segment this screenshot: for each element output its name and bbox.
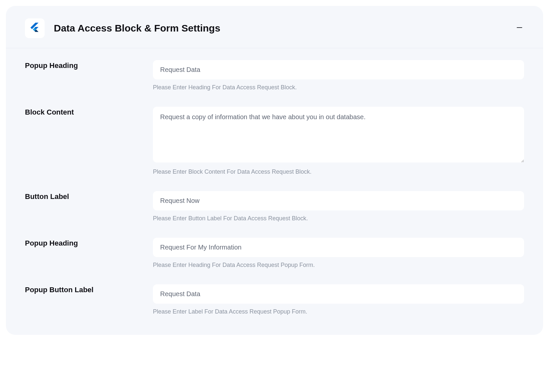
- form-row-popup-button-label: Popup Button Label Please Enter Label Fo…: [25, 284, 524, 315]
- help-popup-heading-2: Please Enter Heading For Data Access Req…: [153, 262, 524, 269]
- field-button-label: Please Enter Button Label For Data Acces…: [153, 191, 524, 222]
- label-block-content: Block Content: [25, 107, 153, 117]
- input-popup-heading-2[interactable]: [153, 238, 524, 257]
- panel-title: Data Access Block & Form Settings: [54, 23, 515, 34]
- help-popup-heading-1: Please Enter Heading For Data Access Req…: [153, 84, 524, 91]
- form-row-popup-heading-2: Popup Heading Please Enter Heading For D…: [25, 238, 524, 269]
- input-popup-heading-1[interactable]: [153, 60, 524, 79]
- settings-panel: Data Access Block & Form Settings Popup …: [6, 6, 543, 335]
- label-popup-heading-1: Popup Heading: [25, 60, 153, 70]
- textarea-block-content[interactable]: [153, 107, 524, 163]
- minus-icon: [516, 24, 523, 33]
- input-button-label[interactable]: [153, 191, 524, 210]
- field-popup-button-label: Please Enter Label For Data Access Reque…: [153, 284, 524, 315]
- form-row-block-content: Block Content Please Enter Block Content…: [25, 107, 524, 175]
- field-block-content: Please Enter Block Content For Data Acce…: [153, 107, 524, 175]
- label-button-label: Button Label: [25, 191, 153, 201]
- form-row-button-label: Button Label Please Enter Button Label F…: [25, 191, 524, 222]
- field-popup-heading-2: Please Enter Heading For Data Access Req…: [153, 238, 524, 269]
- input-popup-button-label[interactable]: [153, 284, 524, 304]
- panel-body: Popup Heading Please Enter Heading For D…: [6, 48, 543, 315]
- help-popup-button-label: Please Enter Label For Data Access Reque…: [153, 308, 524, 315]
- collapse-button[interactable]: [515, 24, 524, 33]
- label-popup-button-label: Popup Button Label: [25, 284, 153, 294]
- label-popup-heading-2: Popup Heading: [25, 238, 153, 248]
- flutter-logo-icon: [29, 22, 40, 34]
- field-popup-heading-1: Please Enter Heading For Data Access Req…: [153, 60, 524, 91]
- panel-header: Data Access Block & Form Settings: [6, 6, 543, 48]
- panel-logo: [25, 18, 45, 38]
- form-row-popup-heading-1: Popup Heading Please Enter Heading For D…: [25, 60, 524, 91]
- help-block-content: Please Enter Block Content For Data Acce…: [153, 168, 524, 175]
- help-button-label: Please Enter Button Label For Data Acces…: [153, 215, 524, 222]
